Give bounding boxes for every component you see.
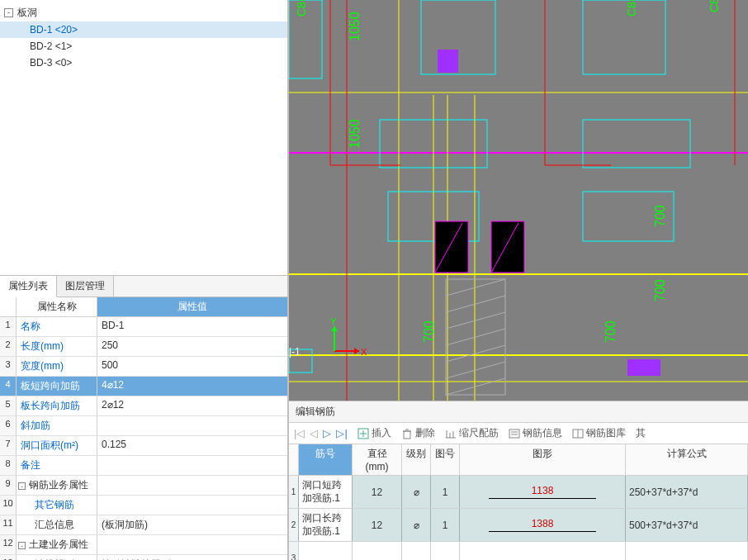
rebar-col-shape: 图形 [460,444,626,475]
tree-item-bd2[interactable]: BD-2 <1> [0,38,287,55]
prop-row[interactable]: 7洞口面积(m²)0.125 [0,436,287,456]
svg-rect-24 [627,359,660,376]
svg-rect-63 [509,429,519,438]
tree-item-bd1[interactable]: BD-1 <20> [0,21,287,38]
nav-first-icon[interactable]: |◁ [294,427,305,439]
rebar-title: 编辑钢筋 [289,401,748,423]
svg-line-36 [446,378,505,395]
tree-item-bd3[interactable]: BD-3 <0> [0,55,287,71]
prop-header-name: 属性名称 [17,297,97,316]
svg-text:C8: C8 [708,0,721,12]
tree-toggle-icon[interactable]: - [4,8,13,17]
tree-root-label: 板洞 [17,6,37,20]
svg-text:700: 700 [653,279,667,301]
svg-text:1050: 1050 [348,12,362,41]
svg-text:X: X [361,347,367,357]
library-button[interactable]: 钢筋图库 [572,426,626,440]
prop-row[interactable]: 1名称BD-1 [0,317,287,337]
svg-text:700: 700 [422,320,436,343]
svg-marker-49 [331,326,338,331]
svg-line-32 [446,312,505,329]
delete-icon [401,428,413,439]
prop-row[interactable]: 9-钢筋业务属性 [0,476,287,496]
rebar-row[interactable]: 2洞口长跨加强筋.112⌀11388500+37*d+37*d [289,509,748,542]
prop-row[interactable]: 11汇总信息(板洞加筋) [0,515,287,535]
delete-button[interactable]: 删除 [401,426,435,440]
tab-layers[interactable]: 图层管理 [57,276,114,297]
svg-line-34 [446,345,505,362]
svg-line-35 [446,362,505,378]
info-button[interactable]: 钢筋信息 [509,426,562,440]
tree-panel: - 板洞 BD-1 <20> BD-2 <1> BD-3 <0> [0,0,287,275]
prop-row[interactable]: 6斜加筋 [0,416,287,436]
prop-header-value: 属性值 [97,297,287,316]
prop-row[interactable]: 2长度(mm)250 [0,337,287,357]
info-icon [509,428,520,439]
nav-prev-icon[interactable]: ◁ [310,427,318,439]
prop-row[interactable]: 3宽度(mm)500 [0,357,287,377]
prop-row[interactable]: 4板短跨向加筋4⌀12 [0,377,287,396]
prop-row[interactable]: 8备注 [0,456,287,476]
rebar-toolbar: |◁ ◁ ▷ ▷| 插入 删除 缩尺配筋 [289,423,748,444]
svg-rect-25 [435,221,468,273]
insert-button[interactable]: 插入 [357,426,391,440]
svg-rect-11 [583,0,665,74]
svg-text:1050: 1050 [348,119,362,149]
prop-row[interactable]: 12-土建业务属性 [0,535,287,555]
tree-root[interactable]: - 板洞 [0,4,287,21]
tab-properties[interactable]: 属性列表 [0,276,57,297]
svg-text:700: 700 [653,205,667,227]
scale-button[interactable]: 缩尺配筋 [445,426,499,440]
insert-icon [357,428,369,439]
property-table: 属性名称 属性值 1名称BD-12长度(mm)2503宽度(mm)5004板短跨… [0,297,287,560]
svg-rect-23 [438,50,458,73]
prop-row[interactable]: 13计算规则按默认计算规则 [0,555,287,560]
property-tabs: 属性列表 图层管理 [0,275,287,297]
rebar-row-blank[interactable]: 3 [289,542,748,560]
svg-text:|-1: |-1 [289,346,301,358]
svg-rect-13 [583,120,690,168]
svg-rect-56 [404,431,410,439]
rebar-col-grade: 级别 [402,444,431,475]
svg-line-30 [446,279,505,296]
scale-icon [445,428,457,439]
svg-line-31 [446,296,505,312]
rebar-col-name: 筋号 [299,444,353,475]
nav-next-icon[interactable]: ▷ [323,427,331,439]
rebar-col-dia: 直径(mm) [353,444,402,475]
rebar-row[interactable]: 1洞口短跨加强筋.112⌀11138250+37*d+37*d [289,476,748,509]
rebar-table: 筋号 直径(mm) 级别 图号 图形 计算公式 1洞口短跨加强筋.112⌀111… [289,444,748,560]
prop-row[interactable]: 10其它钢筋 [0,496,287,515]
cad-viewport[interactable]: 1050 1050 700 700 700 700 C8@15 C8@ C8 X… [289,0,748,401]
rebar-col-num: 图号 [431,444,460,475]
library-icon [572,428,584,439]
svg-text:C8@: C8@ [625,0,638,17]
nav-last-icon[interactable]: ▷| [336,427,347,439]
svg-rect-27 [491,221,524,273]
svg-marker-47 [354,348,359,354]
other-button[interactable]: 其 [636,426,646,440]
svg-line-33 [446,329,505,345]
rebar-col-formula: 计算公式 [626,444,748,475]
svg-text:C8@15: C8@15 [295,0,308,17]
prop-row[interactable]: 5板长跨向加筋2⌀12 [0,396,287,416]
svg-text:700: 700 [604,320,618,343]
svg-text:Y: Y [330,316,337,326]
